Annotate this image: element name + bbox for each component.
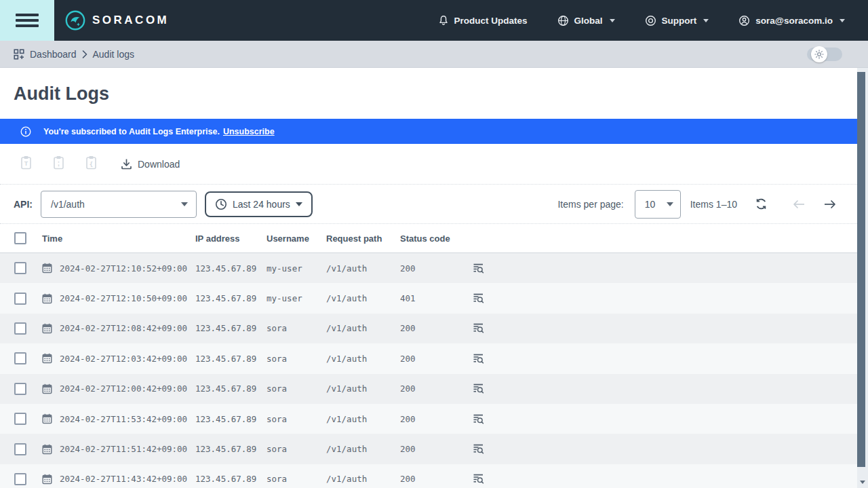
- row-checkbox[interactable]: [14, 413, 26, 425]
- sun-icon: [814, 50, 824, 59]
- unsubscribe-link[interactable]: Unsubscribe: [223, 127, 275, 136]
- theme-toggle[interactable]: [807, 48, 842, 61]
- svg-text:{: {: [90, 161, 93, 168]
- clipboard-text-icon: T: [20, 155, 32, 170]
- global-menu[interactable]: Global: [557, 15, 615, 26]
- toggle-knob: [811, 46, 827, 62]
- row-username: sora: [267, 414, 326, 424]
- row-username: sora: [267, 383, 326, 394]
- items-per-page-select[interactable]: 10: [635, 190, 681, 219]
- svg-text:T: T: [24, 160, 28, 167]
- download-button[interactable]: Download: [121, 158, 180, 170]
- row-time: 2024-02-27T12:08:42+09:00: [60, 323, 187, 333]
- banner-message: You're subscribed to Audit Logs Enterpri…: [43, 127, 220, 136]
- copy-text-button[interactable]: T: [20, 155, 32, 172]
- row-request-path: /v1/auth: [326, 383, 400, 394]
- header-time: Time: [42, 233, 195, 244]
- view-log-detail-button[interactable]: [473, 473, 484, 485]
- log-search-icon: [473, 293, 484, 304]
- navbar-menu: Product Updates Global Support: [438, 15, 845, 26]
- arrow-left-icon: [792, 200, 806, 209]
- row-request-path: /v1/auth: [326, 414, 400, 424]
- chevron-down-icon: [703, 19, 709, 22]
- row-ip-address: 123.45.67.89: [195, 383, 267, 394]
- table-header: Time IP address Username Request path St…: [0, 224, 857, 253]
- page-title: Audit Logs: [14, 83, 857, 105]
- soracom-logo[interactable]: SORACOM: [65, 10, 169, 31]
- row-checkbox[interactable]: [14, 352, 26, 364]
- hamburger-icon: [16, 14, 39, 16]
- calendar-icon: [42, 383, 52, 394]
- view-log-detail-button[interactable]: [473, 322, 484, 334]
- calendar-icon: [42, 293, 52, 304]
- support-menu[interactable]: Support: [645, 15, 709, 26]
- main-content: Audit Logs You're subscribed to Audit Lo…: [0, 68, 857, 488]
- account-label: sora@soracom.io: [755, 16, 833, 26]
- row-checkbox[interactable]: [14, 262, 26, 274]
- view-log-detail-button[interactable]: [473, 413, 484, 425]
- chevron-right-icon: [82, 50, 87, 58]
- api-select-value: /v1/auth: [51, 199, 85, 210]
- header-request-path: Request path: [326, 233, 400, 244]
- calendar-icon: [42, 474, 52, 485]
- row-checkbox[interactable]: [14, 293, 26, 305]
- row-time: 2024-02-27T12:10:50+09:00: [60, 293, 187, 303]
- table-row: 2024-02-27T12:08:42+09:00 123.45.67.89 s…: [0, 314, 857, 343]
- calendar-icon: [42, 413, 52, 424]
- table-row: 2024-02-27T12:03:42+09:00 123.45.67.89 s…: [0, 343, 857, 373]
- scrollbar-down-arrow[interactable]: [860, 481, 865, 484]
- support-label: Support: [662, 16, 697, 26]
- info-icon: [20, 126, 31, 137]
- breadcrumb-audit-logs[interactable]: Audit logs: [93, 49, 134, 60]
- breadcrumb-dashboard[interactable]: Dashboard: [30, 49, 77, 60]
- vertical-scrollbar[interactable]: [857, 68, 868, 488]
- log-search-icon: [473, 473, 484, 485]
- row-checkbox[interactable]: [14, 443, 26, 455]
- row-status-code: 200: [400, 444, 473, 454]
- time-range-value: Last 24 hours: [233, 199, 290, 210]
- header-status-code: Status code: [400, 233, 473, 244]
- chevron-down-icon: [667, 202, 673, 206]
- view-log-detail-button[interactable]: [473, 353, 484, 364]
- items-per-page-label: Items per page:: [557, 199, 623, 210]
- row-status-code: 200: [400, 414, 473, 424]
- row-checkbox[interactable]: [14, 383, 26, 395]
- view-log-detail-button[interactable]: [473, 443, 484, 455]
- view-log-detail-button[interactable]: [473, 383, 484, 394]
- download-label: Download: [138, 159, 180, 170]
- calendar-icon: [42, 263, 52, 274]
- refresh-button[interactable]: [755, 198, 768, 210]
- time-range-button[interactable]: Last 24 hours: [205, 191, 313, 217]
- next-page-button[interactable]: [823, 200, 837, 209]
- menu-button[interactable]: [0, 0, 54, 41]
- api-select[interactable]: /v1/auth: [41, 191, 197, 218]
- row-request-path: /v1/auth: [326, 293, 400, 303]
- row-request-path: /v1/auth: [326, 323, 400, 333]
- row-time: 2024-02-27T12:10:52+09:00: [60, 263, 187, 274]
- dashboard-icon: [14, 49, 24, 60]
- table-row: 2024-02-27T12:00:42+09:00 123.45.67.89 s…: [0, 374, 857, 404]
- breadcrumb-bar: Dashboard Audit logs: [0, 41, 868, 68]
- select-all-checkbox[interactable]: [14, 232, 26, 244]
- product-updates-button[interactable]: Product Updates: [438, 15, 528, 26]
- prev-page-button[interactable]: [792, 200, 806, 209]
- copy-json-button[interactable]: {: [85, 155, 97, 172]
- row-status-code: 200: [400, 474, 473, 484]
- log-search-icon: [473, 443, 484, 455]
- top-navbar: SORACOM Product Updates Global Support: [0, 0, 868, 41]
- support-icon: [645, 15, 656, 26]
- row-ip-address: 123.45.67.89: [195, 414, 267, 424]
- toolbar: T ; { Download: [0, 144, 857, 185]
- calendar-icon: [42, 353, 52, 364]
- row-checkbox[interactable]: [14, 473, 26, 485]
- view-log-detail-button[interactable]: [473, 263, 484, 274]
- account-menu[interactable]: sora@soracom.io: [738, 15, 845, 26]
- row-ip-address: 123.45.67.89: [195, 444, 267, 454]
- copy-csv-button[interactable]: ;: [53, 155, 64, 172]
- breadcrumb: Dashboard Audit logs: [14, 49, 134, 60]
- row-checkbox[interactable]: [14, 322, 26, 335]
- scrollbar-thumb[interactable]: [857, 72, 865, 467]
- table-row: 2024-02-27T12:10:50+09:00 123.45.67.89 m…: [0, 283, 857, 313]
- log-search-icon: [473, 263, 484, 274]
- view-log-detail-button[interactable]: [473, 293, 484, 304]
